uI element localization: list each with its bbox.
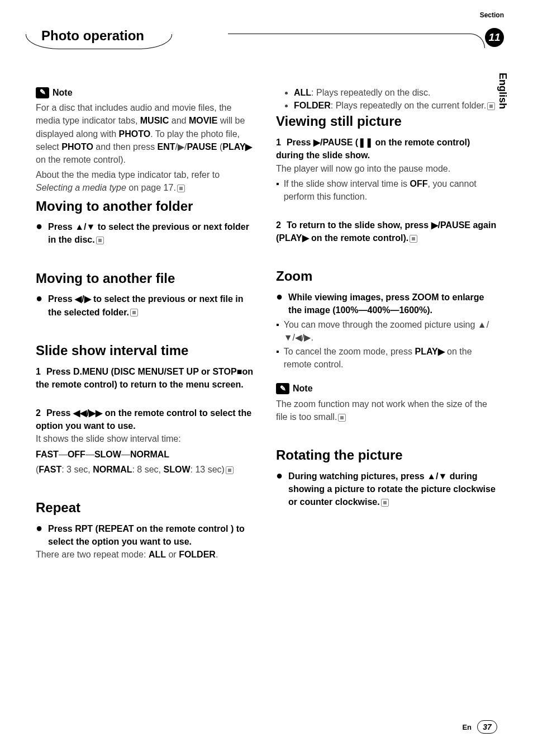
pencil-icon: ✎ [36, 87, 49, 98]
note-label: Note [293, 382, 313, 395]
step-rotate: ● During watching pictures, press ▲/▼ du… [276, 470, 497, 509]
text-bold: PLAY▶ [222, 142, 252, 152]
step-text: Press ◀/▶ to select the previous or next… [48, 292, 257, 318]
text-bold: ALL [149, 550, 166, 559]
text: on the remote control). [36, 155, 126, 164]
pencil-icon: ✎ [276, 383, 289, 394]
step-zoom: ● While viewing images, press ZOOM to en… [276, 291, 497, 316]
text: : 13 sec) [191, 465, 225, 474]
text: /▶/ [175, 142, 187, 152]
header-row: Photo operation [36, 28, 497, 47]
bullet-icon: ● [276, 291, 283, 316]
slideshow-times: (FAST: 3 sec, NORMAL: 8 sec, SLOW: 13 se… [36, 463, 257, 476]
list-item: ALL: Plays repeatedly on the disc. [294, 86, 497, 99]
view-step-1: 1Press ▶/PAUSE (❚❚ on the remote control… [276, 136, 497, 162]
view-sub-1: ▪ If the slide show interval time is OFF… [276, 177, 497, 203]
text-bold: PHOTO [119, 129, 151, 139]
heading-moving-folder: Moving to another folder [36, 197, 257, 216]
text: — [85, 450, 94, 459]
text-bold: SLOW [164, 465, 191, 474]
zoom-note-header: ✎ Note [276, 382, 497, 395]
text: If the slide show interval time is OFF, … [284, 177, 497, 203]
zoom-sub-1: ▪ You can move through the zoomed pictur… [276, 318, 497, 344]
view-step-2: 2To return to the slide show, press ▶/PA… [276, 219, 497, 244]
square-bullet-icon: ▪ [276, 345, 279, 371]
text-bold: FOLDER [179, 550, 216, 559]
step-text: Press ◀◀/▶▶ on the remote control to sel… [36, 408, 251, 431]
step-number: 1 [36, 367, 41, 376]
stop-icon [338, 414, 346, 422]
text: on page 17. [126, 183, 176, 192]
section-label: Section [480, 11, 504, 19]
heading-viewing-still: Viewing still picture [276, 112, 497, 131]
text: ( [217, 142, 222, 152]
text-bold: ALL [294, 88, 311, 97]
step-text: Press RPT (REPEAT on the remote control … [48, 522, 257, 548]
repeat-options-list: ALL: Plays repeatedly on the disc. FOLDE… [276, 86, 497, 112]
content-columns: ✎ Note For a disc that includes audio an… [36, 86, 497, 563]
text-bold: SLOW [94, 450, 121, 459]
footer-lang: En [462, 723, 472, 731]
slideshow-step-2: 2Press ◀◀/▶▶ on the remote control to se… [36, 407, 257, 432]
step-text: Press ▶/PAUSE (❚❚ on the remote control)… [276, 138, 470, 160]
stop-icon [96, 237, 104, 244]
text-bold: ENT [158, 142, 175, 152]
stop-icon [177, 185, 185, 192]
text: : Plays repeatedly on the current folder… [331, 101, 486, 110]
text: You can move through the zoomed picture … [284, 318, 497, 344]
step-move-folder: ● Press ▲/▼ to select the previous or ne… [36, 220, 257, 246]
note-body: For a disc that includes audio and movie… [36, 101, 257, 166]
slideshow-body-1: It shows the slide show interval time: [36, 432, 257, 445]
heading-repeat: Repeat [36, 498, 257, 518]
stop-icon [381, 499, 389, 507]
text-bold: OFF [68, 450, 85, 459]
view-body-1: The player will now go into the pause mo… [276, 162, 497, 175]
step-text: Press D.MENU (DISC MENU/SET UP or STOP■o… [36, 367, 253, 389]
page: Section 11 English Photo operation ✎ Not… [0, 0, 533, 756]
heading-moving-file: Moving to another file [36, 269, 257, 289]
bullet-icon: ● [36, 522, 42, 548]
text-italic: Selecting a media type [36, 183, 126, 192]
text-bold: MUSIC [140, 116, 169, 125]
zoom-note-body: The zoom function may not work when the … [276, 398, 497, 423]
text-bold: PHOTO [61, 142, 93, 152]
text: and then press [93, 142, 158, 152]
text: or [166, 550, 179, 559]
list-item: FOLDER: Plays repeatedly on the current … [294, 99, 497, 112]
text: . [216, 550, 218, 559]
step-move-file: ● Press ◀/▶ to select the previous or ne… [36, 292, 257, 318]
note-label: Note [53, 86, 73, 99]
text: : 3 sec, [61, 465, 93, 474]
language-tab: English [497, 73, 508, 109]
step-text: Press ▲/▼ to select the previous or next… [48, 220, 257, 246]
page-footer: En 37 [462, 720, 497, 734]
text: To cancel the zoom mode, press PLAY▶ on … [284, 345, 497, 371]
zoom-sub-2: ▪ To cancel the zoom mode, press PLAY▶ o… [276, 345, 497, 371]
text: About the the media type indicator tab, … [36, 170, 220, 179]
step-text: To return to the slide show, press ▶/PAU… [276, 220, 496, 243]
step-number: 2 [36, 408, 41, 418]
text: and [169, 116, 189, 125]
bullet-icon: ● [36, 220, 42, 246]
text: — [121, 450, 130, 459]
text: — [59, 450, 68, 459]
bullet-icon: ● [36, 292, 42, 318]
page-number: 37 [477, 720, 497, 734]
right-column: ALL: Plays repeatedly on the disc. FOLDE… [276, 86, 497, 563]
stop-icon [410, 235, 417, 243]
note-body-2: About the the media type indicator tab, … [36, 168, 257, 194]
text-bold: NORMAL [130, 450, 169, 459]
text: There are two repeat mode: [36, 550, 149, 559]
text-bold: NORMAL [93, 465, 132, 474]
note-header: ✎ Note [36, 86, 257, 99]
text-bold: FAST [39, 465, 61, 474]
square-bullet-icon: ▪ [276, 318, 279, 344]
text: : 8 sec, [132, 465, 163, 474]
repeat-body: There are two repeat mode: ALL or FOLDER… [36, 548, 257, 561]
stop-icon [487, 102, 495, 110]
left-column: ✎ Note For a disc that includes audio an… [36, 86, 257, 563]
bullet-icon: ● [276, 470, 283, 509]
text-bold: FAST [36, 450, 59, 459]
step-number: 2 [276, 220, 281, 230]
section-number: 11 [485, 28, 504, 47]
